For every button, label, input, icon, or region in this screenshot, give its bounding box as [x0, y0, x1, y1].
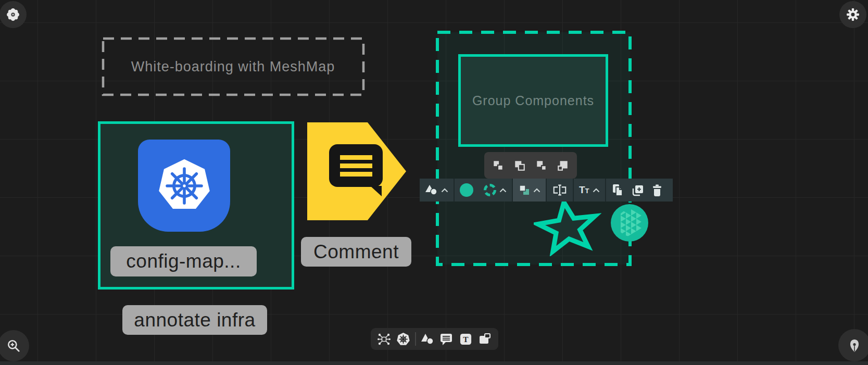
arrange-popup: [484, 152, 577, 179]
meshery-triangles-icon: [611, 204, 648, 242]
group-arrange-section: [512, 179, 546, 202]
shapes-tool-button[interactable]: [420, 331, 435, 347]
group-components-label: Group Components: [472, 93, 594, 108]
delete-button[interactable]: [651, 184, 663, 197]
mesh-sync-button[interactable]: [376, 331, 392, 347]
send-backward-button[interactable]: [555, 158, 571, 173]
text-style-small-letter: T: [585, 187, 589, 195]
ungroup-button[interactable]: [512, 158, 527, 173]
star-shape[interactable]: [534, 198, 601, 256]
comment-tool-button[interactable]: [438, 331, 454, 347]
send-backward-icon: [557, 159, 569, 172]
shape-picker-section: [420, 179, 454, 202]
mesh-sync-icon: [377, 332, 391, 346]
pen-button[interactable]: [838, 329, 868, 361]
stroke-style-button[interactable]: [484, 184, 496, 196]
text-tool-icon: T: [459, 333, 472, 346]
chevron-up-icon: [441, 188, 448, 193]
note-tool-button[interactable]: [477, 331, 493, 347]
edit-section: [605, 179, 668, 202]
meshery-circle-shape[interactable]: [610, 204, 649, 242]
add-copy-icon: [631, 184, 644, 197]
whiteboard-note-label: White-boarding with MeshMap: [131, 59, 335, 75]
ungroup-icon: [513, 159, 526, 172]
zoom-button[interactable]: [0, 330, 29, 361]
text-tool-letter: T: [463, 335, 469, 344]
note-tool-icon: [478, 332, 492, 346]
shape-picker-button[interactable]: [425, 184, 448, 196]
bring-forward-icon: [535, 159, 548, 172]
kubernetes-node-name-label[interactable]: config-map...: [110, 246, 257, 276]
chevron-up-icon: [533, 188, 540, 193]
annotation-label[interactable]: annotate infra: [122, 305, 267, 335]
copy-button[interactable]: [611, 183, 624, 197]
text-style-button[interactable]: T T: [579, 184, 589, 196]
comment-node-name-text: Comment: [313, 241, 399, 263]
zoom-in-icon: [6, 338, 21, 353]
comment-node-name-label[interactable]: Comment: [301, 237, 411, 267]
tool-dock: T: [371, 328, 498, 350]
chevron-up-icon: [593, 188, 600, 193]
kubernetes-icon: [153, 154, 216, 218]
text-tool-button[interactable]: T: [458, 331, 473, 347]
comment-tool-icon: [439, 332, 453, 346]
comment-node[interactable]: [307, 122, 406, 220]
horizontal-scrollbar[interactable]: [0, 361, 868, 365]
gear-icon: [846, 8, 860, 21]
meshery-logo-icon: [6, 8, 20, 21]
shapes-icon: [425, 184, 438, 196]
settings-button[interactable]: [839, 1, 866, 28]
star-outline-icon: [535, 198, 599, 253]
resize-width-button[interactable]: [552, 182, 568, 198]
kubernetes-node-shape[interactable]: [138, 140, 230, 232]
shapes-icon: [421, 333, 434, 345]
selection-toolbar: T T: [420, 179, 673, 202]
chevron-up-icon: [499, 188, 507, 193]
kubernetes-node-name-text: config-map...: [126, 250, 241, 272]
pen-nib-icon: [847, 337, 862, 353]
duplicate-add-button[interactable]: [631, 184, 644, 197]
whiteboard-canvas[interactable]: White-boarding with MeshMap: [0, 0, 868, 365]
copy-icon: [611, 183, 624, 197]
whiteboard-note[interactable]: White-boarding with MeshMap: [103, 38, 363, 95]
resize-width-icon: [552, 182, 568, 198]
text-style-section: T T: [573, 179, 605, 202]
style-section: [454, 179, 512, 202]
annotation-text: annotate infra: [134, 309, 255, 331]
fill-color-button[interactable]: [460, 183, 473, 197]
dock-separator: [415, 332, 416, 346]
speech-bubble-icon: [329, 144, 383, 187]
group-components-box[interactable]: Group Components: [458, 54, 608, 147]
bring-forward-button[interactable]: [534, 158, 549, 173]
group-squares-icon: [518, 184, 531, 196]
meshery-menu-button[interactable]: [0, 1, 27, 28]
kubernetes-wheel-icon: [396, 332, 410, 346]
group-icon: [492, 159, 505, 172]
resize-section: [546, 179, 573, 202]
group-button[interactable]: [490, 158, 506, 173]
trash-icon: [651, 184, 663, 197]
kubernetes-tool-button[interactable]: [396, 331, 411, 347]
text-style-large-letter: T: [579, 184, 585, 196]
group-arrange-button[interactable]: [518, 184, 540, 196]
